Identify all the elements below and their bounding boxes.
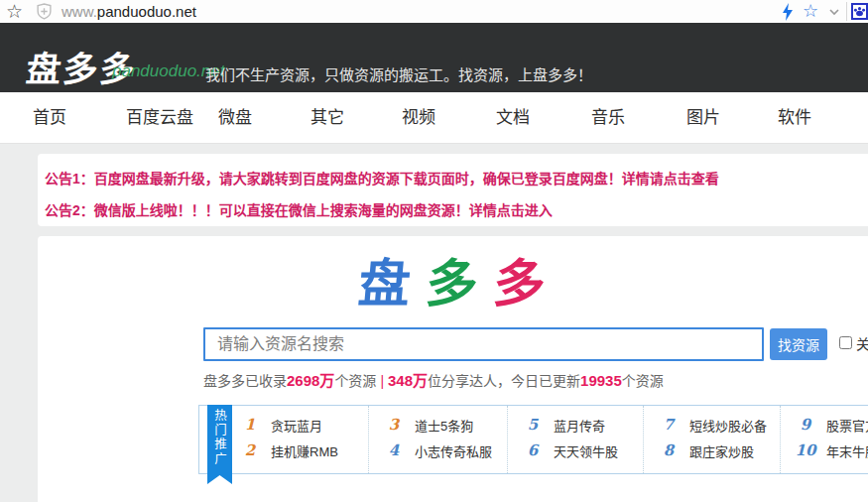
- favorite-star-icon[interactable]: ☆: [803, 0, 818, 23]
- promo-item-10[interactable]: 10年末牛股: [781, 438, 868, 463]
- paw-extension-icon[interactable]: [851, 0, 868, 23]
- hero-char-1: 盘: [356, 255, 429, 313]
- site-stats: 盘多多已收录2698万个资源|348万位分享达人，今日已更新19935个资源: [203, 369, 664, 390]
- url-prefix: www.: [62, 3, 97, 20]
- promo-column-1: 1贪玩蓝月 2挂机赚RMB: [235, 406, 368, 473]
- promo-column-5: 9股票官方 10年末牛股: [780, 406, 868, 473]
- promo-rank: 9: [793, 416, 818, 434]
- stats-prefix: 盘多多已收录: [203, 373, 287, 389]
- search-button[interactable]: 找资源: [770, 328, 827, 360]
- stats-separator: |: [376, 373, 388, 389]
- promo-label: 贪玩蓝月: [271, 416, 322, 435]
- promo-label: 蓝月传奇: [554, 416, 605, 435]
- nav-item-music[interactable]: 音乐: [591, 92, 625, 144]
- promo-label: 股票官方: [826, 416, 868, 435]
- promo-item-3[interactable]: 3道士5条狗: [369, 412, 507, 438]
- announcement-2[interactable]: 公告2：微信版上线啦！！！可以直接在微信上搜索海量的网盘资源！详情点击进入: [45, 194, 868, 226]
- search-input[interactable]: [203, 327, 764, 361]
- url-text[interactable]: www.panduoduo.net: [62, 0, 196, 23]
- promo-rank: 1: [237, 416, 263, 434]
- stats-today-count: 19935: [580, 372, 622, 389]
- nav-item-software[interactable]: 软件: [778, 92, 811, 144]
- chevron-down-icon[interactable]: [827, 0, 841, 23]
- keyword-checkbox-label[interactable]: 关: [856, 333, 868, 353]
- promo-rank: 3: [381, 416, 407, 434]
- promo-rank: 8: [656, 441, 682, 459]
- announcement-panel: 公告1：百度网盘最新升级，请大家跳转到百度网盘的资源下载页面时，确保已登录百度网…: [38, 154, 868, 226]
- stats-mid1: 个资源: [334, 373, 376, 389]
- promo-columns: 1贪玩蓝月 2挂机赚RMB 3道士5条狗 4小志传奇私服 5蓝月传奇 6天天领牛…: [199, 406, 868, 473]
- promo-label: 小志传奇私服: [415, 441, 492, 460]
- promo-label: 挂机赚RMB: [271, 441, 338, 460]
- promo-column-2: 3道士5条狗 4小志传奇私服: [368, 406, 507, 473]
- url-domain: panduoduo.net: [97, 3, 196, 20]
- browser-address-bar: ☆ www.panduoduo.net ☆: [0, 0, 868, 23]
- promo-label: 天天领牛股: [554, 441, 618, 460]
- hero-title: 盘多多: [356, 242, 565, 316]
- promo-rank: 6: [520, 441, 546, 459]
- promo-rank: 10: [793, 441, 818, 459]
- stats-mid2: 位分享达人，今日已更新: [428, 373, 580, 389]
- nav-item-other[interactable]: 其它: [310, 92, 344, 144]
- nav-item-image[interactable]: 图片: [686, 92, 720, 144]
- stats-suffix: 个资源: [622, 373, 664, 389]
- flash-icon[interactable]: [781, 0, 795, 23]
- promo-rank: 5: [520, 416, 546, 434]
- main-nav: 首页 百度云盘 微盘 其它 视频 文档 音乐 图片 软件: [0, 92, 868, 144]
- main-panel: 盘多多 找资源 关 盘多多已收录2698万个资源|348万位分享达人，今日已更新…: [38, 236, 868, 502]
- hot-promo-box: 热门推广 1贪玩蓝月 2挂机赚RMB 3道士5条狗 4小志传奇私服 5蓝月传奇 …: [198, 405, 868, 474]
- toolbar-divider: [846, 2, 847, 21]
- promo-rank: 4: [381, 441, 407, 459]
- promo-item-8[interactable]: 8跟庄家炒股: [644, 438, 780, 463]
- nav-item-baidupan[interactable]: 百度云盘: [126, 92, 193, 144]
- keyword-checkbox[interactable]: [839, 336, 852, 349]
- promo-label: 年末牛股: [826, 441, 868, 460]
- nav-item-doc[interactable]: 文档: [496, 92, 530, 144]
- promo-item-7[interactable]: 7短线炒股必备: [644, 412, 780, 438]
- hot-promo-ribbon-label: 热门推广: [210, 409, 229, 466]
- bookmark-star-icon[interactable]: ☆: [6, 0, 23, 23]
- promo-item-4[interactable]: 4小志传奇私服: [369, 438, 507, 463]
- promo-item-1[interactable]: 1贪玩蓝月: [235, 412, 368, 438]
- promo-rank: 7: [656, 416, 682, 434]
- hero-char-3: 多: [491, 255, 563, 313]
- promo-label: 跟庄家炒股: [689, 441, 754, 460]
- shield-plus-icon[interactable]: [36, 0, 53, 23]
- nav-item-weipan[interactable]: 微盘: [218, 92, 252, 144]
- promo-column-4: 7短线炒股必备 8跟庄家炒股: [643, 406, 780, 473]
- nav-item-home[interactable]: 首页: [33, 92, 66, 144]
- site-header: 盘多多 panduoduo.net 我们不生产资源，只做资源的搬运工。找资源，上…: [0, 23, 868, 92]
- promo-item-5[interactable]: 5蓝月传奇: [508, 412, 643, 438]
- nav-item-video[interactable]: 视频: [402, 92, 435, 144]
- promo-label: 道士5条狗: [415, 416, 473, 435]
- promo-item-6[interactable]: 6天天领牛股: [508, 438, 643, 463]
- stats-users-count: 348万: [388, 372, 428, 389]
- site-tagline: 我们不生产资源，只做资源的搬运工。找资源，上盘多多！: [205, 63, 592, 84]
- paw-icon: [851, 3, 868, 20]
- promo-label: 短线炒股必备: [689, 416, 767, 435]
- hero-char-2: 多: [424, 255, 496, 313]
- promo-item-2[interactable]: 2挂机赚RMB: [235, 438, 368, 463]
- promo-rank: 2: [237, 441, 263, 459]
- announcement-1[interactable]: 公告1：百度网盘最新升级，请大家跳转到百度网盘的资源下载页面时，确保已登录百度网…: [45, 163, 868, 194]
- stats-total-count: 2698万: [287, 372, 334, 389]
- promo-item-9[interactable]: 9股票官方: [781, 412, 868, 438]
- hot-promo-ribbon: 热门推广: [207, 405, 232, 484]
- page-body: 公告1：百度网盘最新升级，请大家跳转到百度网盘的资源下载页面时，确保已登录百度网…: [0, 144, 868, 502]
- promo-column-3: 5蓝月传奇 6天天领牛股: [507, 406, 643, 473]
